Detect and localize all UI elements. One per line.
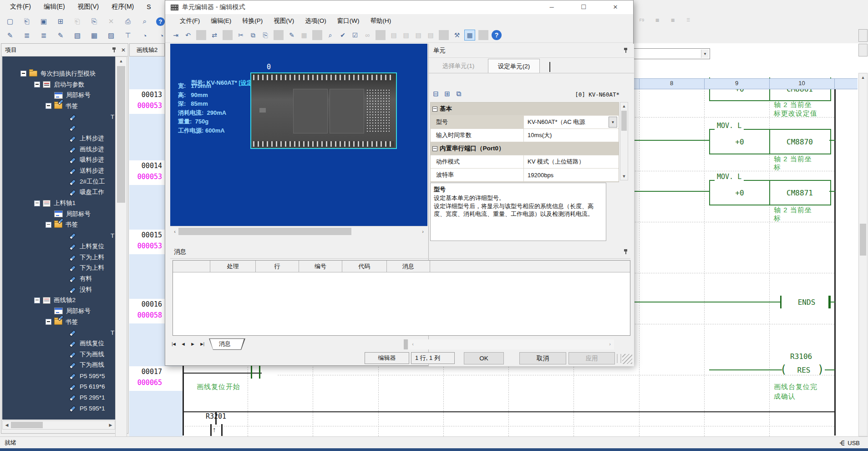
tree-item[interactable]: 书签	[2, 317, 115, 328]
menu-item[interactable]: 文件(F)	[174, 17, 205, 25]
sep[interactable]	[439, 30, 449, 40]
maximize-button[interactable]: ☐	[574, 0, 593, 14]
copy-icon[interactable]: ⧉	[248, 30, 258, 40]
splitter-handle[interactable]	[404, 339, 408, 349]
project-horizontal-scrollbar[interactable]: ◀ ▶	[2, 420, 115, 430]
tree-item[interactable]: T	[2, 230, 115, 241]
save-project-icon[interactable]: ▣	[38, 16, 49, 27]
plc-unit-image[interactable]	[250, 72, 397, 149]
tree-item[interactable]: 有料	[2, 273, 115, 284]
edit-icon[interactable]: ✎	[287, 30, 297, 40]
tree-item[interactable]: 上料复位	[2, 241, 115, 252]
tree-item[interactable]: 下为上料	[2, 262, 115, 273]
cut-icon[interactable]: ✂	[236, 30, 246, 40]
collapse-all-icon[interactable]: ⊟	[431, 89, 440, 98]
ghost-1-icon[interactable]: ▦	[652, 15, 663, 26]
ladder-row-header[interactable]: 00017 000065	[129, 366, 183, 391]
edit-pencil-icon[interactable]: ✎	[5, 30, 15, 41]
expand-eq-icon[interactable]: ⊞	[443, 89, 452, 98]
scrollbar-thumb[interactable]	[117, 66, 125, 203]
scroll-up-icon[interactable]: ▲	[620, 103, 628, 109]
block-3-icon[interactable]: ▤	[413, 30, 423, 40]
tree-expander-icon[interactable]	[20, 71, 26, 77]
scroll-right-icon[interactable]: ▶	[107, 421, 114, 429]
group-expander-icon[interactable]	[432, 107, 437, 112]
menu-item[interactable]: 窗口(W)	[332, 17, 365, 25]
menu-item[interactable]: 编辑(E)	[37, 0, 71, 14]
tree-expander-icon[interactable]	[34, 200, 40, 206]
tree-expander-icon[interactable]	[46, 103, 51, 109]
ladder-instruction-box[interactable]: +0 CM8870	[709, 129, 831, 154]
device-combobox[interactable]: ▼	[634, 48, 710, 59]
ends-instruction[interactable]: ENDS	[786, 298, 827, 307]
wrench-icon[interactable]: ⚒	[452, 30, 462, 40]
ladder-instruction-box[interactable]: +0 CM8871	[709, 180, 831, 205]
check-icon[interactable]: ☑	[350, 30, 360, 40]
tree-expander-icon[interactable]	[46, 319, 51, 325]
tree-item[interactable]: 画线复位	[2, 338, 115, 349]
new-file-icon[interactable]: ▢	[5, 16, 15, 27]
tab-nav-button[interactable]: ▶	[188, 339, 197, 348]
tab-nav-button[interactable]: ▶|	[198, 339, 207, 348]
scroll-left-icon[interactable]: ◀	[4, 421, 10, 429]
apply-button[interactable]: 应用	[569, 352, 615, 364]
resize-grip[interactable]	[622, 354, 632, 364]
property-row[interactable]: 型号 KV-N60AT*（AC 电源 ▼	[431, 116, 619, 129]
pin-icon[interactable]	[621, 248, 630, 256]
scroll-left-icon[interactable]: ‹	[410, 340, 416, 348]
chevron-down-icon[interactable]: ▼	[609, 117, 617, 128]
property-value[interactable]: KV 模式（上位链路）	[524, 158, 619, 166]
group-expander-icon[interactable]	[432, 146, 437, 151]
tree-item[interactable]: 启动与参数	[2, 79, 115, 90]
timer-1-icon[interactable]: ◔	[139, 30, 150, 41]
tool-t-icon[interactable]: ⊤	[122, 30, 133, 41]
tree-item[interactable]: 局部标号	[2, 209, 115, 220]
unit-editor-pane[interactable]: 0 型号: KV-N60AT* [设定 宽: 175mm高: 90mm深: 85…	[170, 44, 427, 226]
undo-icon[interactable]: ↶	[183, 30, 193, 40]
tree-item[interactable]: 每次扫描执行型模块	[2, 68, 115, 79]
verify-icon[interactable]: ✔	[338, 30, 348, 40]
grid-icon[interactable]: ▦	[299, 30, 309, 40]
sep[interactable]	[478, 30, 488, 40]
tree-item[interactable]: 画线步进	[2, 144, 115, 155]
sep[interactable]	[223, 30, 233, 40]
tree-expander-icon[interactable]	[34, 82, 40, 87]
open-project-icon[interactable]: ⎗	[21, 16, 32, 27]
property-grid-scrollbar[interactable]: ▲ ▼	[620, 102, 628, 180]
tab-nav-button[interactable]: ◀	[179, 339, 188, 348]
close-button[interactable]: ✕	[606, 0, 625, 14]
block-1-icon[interactable]: ▤	[389, 30, 399, 40]
scroll-up-icon[interactable]: ▲	[116, 58, 127, 64]
print-preview-icon[interactable]: ⌕	[139, 16, 150, 27]
property-value[interactable]: 19200bps	[524, 172, 619, 179]
tree-item[interactable]: 下为上料	[2, 252, 115, 263]
scroll-right-icon[interactable]: ›	[607, 340, 613, 348]
tree-expander-icon[interactable]	[34, 297, 40, 303]
monitor-icon[interactable]: ▧	[72, 30, 83, 41]
menu-item[interactable]: 转换(P)	[237, 17, 268, 25]
pin-icon[interactable]	[621, 46, 630, 55]
sep[interactable]	[196, 30, 206, 40]
grid-2-icon[interactable]: ▨	[106, 30, 117, 41]
menu-item[interactable]: 帮助(H)	[365, 17, 396, 25]
help-icon[interactable]: ?	[156, 17, 165, 26]
menu-item[interactable]: 文件(F)	[4, 0, 37, 14]
property-row[interactable]: 波特率 19200bps ▼	[431, 169, 619, 182]
property-row[interactable]: 内置串行端口（Port0） ▼	[431, 142, 619, 155]
block-2-icon[interactable]: ▤	[401, 30, 411, 40]
delete-icon[interactable]: ✕	[106, 16, 117, 27]
close-icon[interactable]: ✕	[119, 46, 128, 54]
copy-setting-icon[interactable]: ⧉	[454, 89, 463, 98]
tree-item[interactable]: 2#工位工	[2, 176, 115, 187]
link-icon[interactable]: ∞	[362, 30, 372, 40]
tab-nav-button[interactable]: |◀	[169, 339, 178, 348]
tree-item[interactable]: T	[2, 328, 115, 338]
menu-item[interactable]: 编辑(E)	[205, 17, 237, 25]
ladder-vertical-scrollbar[interactable]: ▲	[858, 73, 868, 436]
cancel-button[interactable]: 取消	[519, 352, 566, 364]
pin-icon[interactable]	[110, 46, 119, 54]
dialog-help-icon[interactable]: ?	[492, 30, 502, 40]
message-table[interactable]: 处理 行 编号 代码 消息	[173, 260, 630, 336]
tree-item[interactable]: 局部标号	[2, 306, 115, 317]
project-vertical-scrollbar[interactable]: ▲ ▼	[115, 56, 127, 451]
